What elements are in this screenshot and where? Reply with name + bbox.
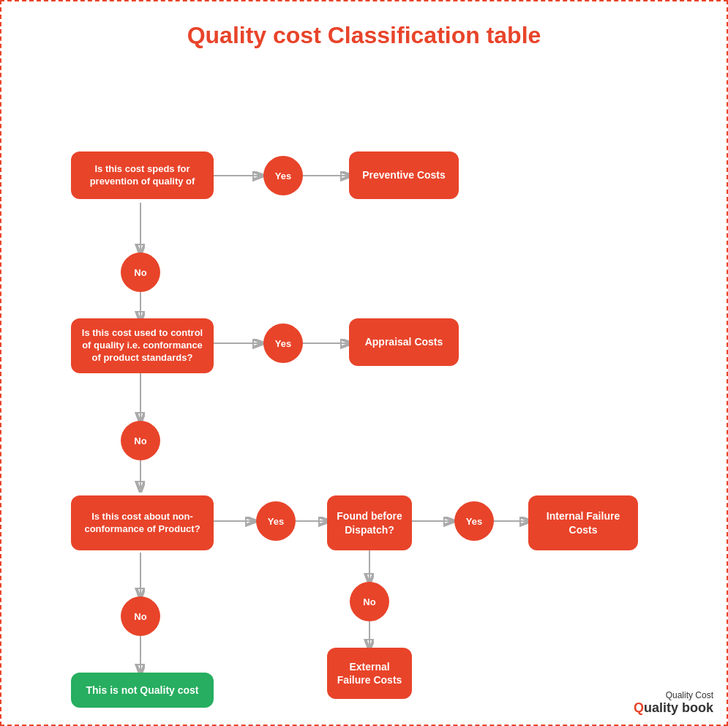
result-preventive: Preventive Costs <box>349 151 459 199</box>
question-2: Is this cost used to control of quality … <box>71 318 214 373</box>
yes-circle-3: Yes <box>256 501 296 541</box>
no-circle-2: No <box>121 421 160 460</box>
page: Quality cost Classification table <box>0 0 728 726</box>
diagram: Is this cost speds for prevention of qua… <box>1 56 727 715</box>
yes-circle-2: Yes <box>263 323 303 363</box>
watermark-line1: Quality Cost <box>634 690 713 700</box>
no-circle-1: No <box>121 252 160 292</box>
result-internal: Internal Failure Costs <box>528 495 638 550</box>
result-external: External Failure Costs <box>327 648 412 699</box>
yes-circle-4: Yes <box>454 501 494 541</box>
no-circle-4: No <box>350 582 389 621</box>
question-1: Is this cost speds for prevention of qua… <box>71 151 214 199</box>
yes-circle-1: Yes <box>263 156 303 195</box>
watermark: Quality Cost Quality book <box>634 690 713 716</box>
question-3: Is this cost about non-conformance of Pr… <box>71 495 214 550</box>
page-title: Quality cost Classification table <box>1 1 727 56</box>
no-circle-3: No <box>121 596 160 636</box>
result-dispatch: Found before Dispatch? <box>327 495 412 550</box>
result-not-quality: This is not Quality cost <box>71 673 214 708</box>
result-appraisal: Appraisal Costs <box>349 318 459 366</box>
watermark-line2: Quality book <box>634 700 713 716</box>
